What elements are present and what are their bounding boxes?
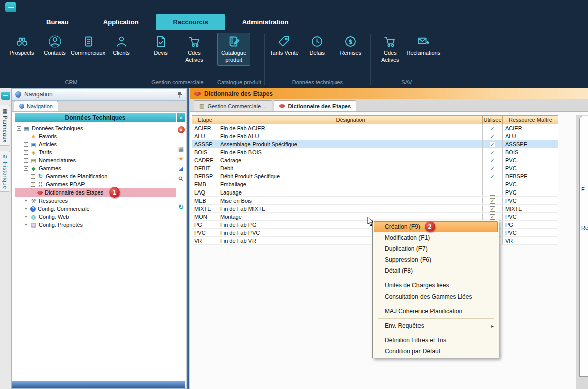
menu-item-suppression-f6[interactable]: Suppression (F6)	[374, 254, 498, 265]
cell-designation: Laquage	[218, 188, 483, 197]
column-header-designation[interactable]: Désignation	[218, 116, 483, 124]
tree-item-gammes-de-planification[interactable]: +Gammes de Planification	[15, 172, 176, 180]
collapse-icon[interactable]: −	[17, 126, 21, 131]
calculator-icon[interactable]	[177, 145, 185, 152]
app-menu-icon[interactable]	[5, 2, 16, 12]
tree-item-dictionnaire-des-etapes[interactable]: Dictionnaire des Etapes1	[15, 188, 176, 197]
menu-item-creation-f9[interactable]: Création (F9)2	[374, 221, 498, 232]
utilisee-checkbox[interactable]	[490, 206, 495, 212]
menu-item-detail-f8[interactable]: Détail (F8)	[374, 265, 498, 276]
utilisee-checkbox[interactable]	[490, 182, 495, 187]
tree-item-donnees-techniques[interactable]: −Données Techniques	[15, 124, 176, 132]
utilisee-checkbox[interactable]	[490, 166, 495, 171]
expand-icon[interactable]: +	[24, 142, 28, 147]
utilisee-checkbox[interactable]	[490, 150, 495, 155]
expand-icon[interactable]: +	[31, 182, 35, 187]
ribbon-tab-bureau[interactable]: Bureau	[29, 14, 86, 30]
expand-icon[interactable]: +	[24, 199, 28, 203]
close-icon[interactable]	[178, 126, 185, 133]
menu-item-condition-par-defaut[interactable]: Condition par Défaut	[374, 346, 498, 357]
menu-item-definition-filtres-et-tris[interactable]: Définition Filtres et Tris	[374, 335, 498, 346]
table-row-laq[interactable]: LAQLaquagePVC	[192, 188, 558, 197]
expand-icon[interactable]: +	[24, 158, 28, 163]
palette-icon[interactable]	[177, 165, 185, 172]
table-row-acier[interactable]: ACIERFin de Fab ACIERACIER	[192, 124, 558, 132]
tree-item-nomenclatures[interactable]: +Nomenclatures	[15, 156, 176, 164]
ribbon-button-commerciaux[interactable]: Commerciaux	[71, 33, 105, 59]
table-row-alu[interactable]: ALUFin de Fab ALUALU	[192, 132, 558, 140]
ribbon-button-cdes-actives[interactable]: Cdes Actives	[374, 33, 407, 66]
expand-icon[interactable]: +	[31, 174, 35, 179]
utilisee-checkbox[interactable]	[490, 142, 495, 147]
tab-dictionnaire-des-etapes[interactable]: Dictionnaire des Etapes	[274, 100, 356, 111]
tree-item-gammes-pdap[interactable]: +Gammes PDAP	[15, 180, 176, 188]
utilisee-checkbox[interactable]	[490, 214, 495, 220]
utilisee-checkbox[interactable]	[490, 190, 495, 196]
table-row-asssp[interactable]: ASSSPAssemblage Produit SpécifiqueASSSPE	[192, 140, 558, 148]
pin-icon[interactable]	[177, 91, 182, 98]
collapse-icon[interactable]: −	[24, 166, 28, 171]
right-dock-panel[interactable]: FRè	[579, 116, 588, 377]
ribbon-button-prospects[interactable]: Prospects	[5, 33, 38, 59]
ribbon-button-clients[interactable]: Clients	[105, 33, 138, 59]
collapse-panel-button[interactable]: »	[177, 113, 185, 122]
tree-item-config-commerciale[interactable]: +Config. Commerciale	[15, 205, 176, 213]
table-row-cadre[interactable]: CADRECadragePVC	[192, 156, 558, 164]
column-header-etape[interactable]: Etape	[192, 116, 218, 124]
utilisee-checkbox[interactable]	[490, 126, 495, 131]
menu-item-duplication-f7[interactable]: Duplication (F7)	[374, 243, 498, 254]
utilisee-checkbox[interactable]	[490, 198, 495, 204]
ribbon-button-contacts[interactable]: Contacts	[38, 33, 71, 59]
utilisee-checkbox[interactable]	[490, 174, 495, 179]
utilisee-checkbox[interactable]	[490, 158, 495, 163]
menu-item-maj-coherence-planification[interactable]: MAJ Cohérence Planification	[374, 306, 498, 317]
ribbon-button-delais[interactable]: Délais	[301, 33, 334, 59]
dock-app-icon[interactable]	[1, 92, 10, 100]
ribbon-tab-raccourcis[interactable]: Raccourcis	[156, 14, 225, 30]
column-header-ressource-maitre[interactable]: Ressource Maître	[503, 116, 558, 124]
ribbon-button-devis[interactable]: Devis	[144, 33, 178, 59]
utilisee-checkbox[interactable]	[490, 134, 495, 139]
expand-icon[interactable]: +	[24, 207, 28, 211]
table-row-meb[interactable]: MEBMise en BoisPVC	[192, 197, 558, 205]
menu-item-unites-de-charges-liees[interactable]: Unités de Charges liées	[374, 280, 498, 291]
menu-item-modification-f1[interactable]: Modification (F1)	[374, 232, 498, 243]
ribbon-button-catalogue-produit[interactable]: Catalogue produit	[217, 33, 250, 66]
column-header-utilisee[interactable]: Utilisée	[483, 116, 503, 124]
table-row-debsp[interactable]: DEBSPDébit Produit SpécifiqueDEBSPE	[192, 172, 558, 180]
dock-tab-historique[interactable]: Historique	[0, 151, 10, 192]
tree-item-config-proprietes[interactable]: +Config. Propriétés	[15, 221, 176, 229]
table-row-bois[interactable]: BOISFin de Fab BOISBOIS	[192, 148, 558, 156]
ribbon-button-cdes-actives[interactable]: Cdes Actives	[178, 33, 211, 66]
tree-item-tarifs[interactable]: +Tarifs	[15, 148, 176, 156]
menu-item-env-requetes[interactable]: Env. Requêtes▸	[374, 320, 498, 331]
ribbon-tab-application[interactable]: Application	[86, 14, 156, 30]
tab-navigation[interactable]: Navigation	[14, 101, 58, 111]
panel-scrollbar[interactable]	[12, 381, 185, 388]
search-icon[interactable]	[177, 175, 185, 182]
refresh-clock-icon[interactable]	[177, 203, 185, 211]
expand-icon[interactable]: +	[24, 150, 28, 155]
panel-splitter[interactable]	[186, 88, 190, 389]
tree-item-articles[interactable]: +Articles	[15, 140, 176, 148]
table-row-mixte[interactable]: MIXTEFin de Fab MIXTEMIXTE	[192, 205, 558, 213]
cell-utilisee	[483, 172, 503, 180]
expand-icon[interactable]: +	[24, 215, 28, 219]
favorite-icon[interactable]	[177, 155, 185, 162]
expand-icon[interactable]: +	[24, 223, 28, 227]
ribbon-button-tarifs-vente[interactable]: Tarifs Vente	[268, 33, 301, 59]
cell-etape: ACIER	[192, 124, 218, 132]
ribbon-tab-administration[interactable]: Administration	[225, 14, 306, 30]
table-row-debit[interactable]: DEBITDebitPVC	[192, 164, 558, 172]
tab-gestion-commerciale[interactable]: Gestion Commerciale ...	[194, 100, 272, 111]
table-row-emb[interactable]: EMBEmballagePVC	[192, 180, 558, 188]
dock-tab-panneaux[interactable]: Panneaux	[0, 105, 10, 146]
tree-item-gammes[interactable]: −Gammes	[15, 164, 176, 172]
ribbon-button-reclamations[interactable]: Reclamations	[407, 33, 440, 59]
ribbon-button-remises[interactable]: $Remises	[334, 33, 367, 59]
tree-item-favoris[interactable]: Favoris	[15, 132, 176, 140]
tree-item-config-web[interactable]: +Config. Web	[15, 213, 176, 221]
menu-item-consultation-des-gammes-liees[interactable]: Consultation des Gammes Liées	[374, 291, 498, 302]
navigation-body: Données Techniques » −Données Techniques…	[12, 112, 186, 381]
tree-item-ressources[interactable]: +Ressources	[15, 197, 176, 205]
